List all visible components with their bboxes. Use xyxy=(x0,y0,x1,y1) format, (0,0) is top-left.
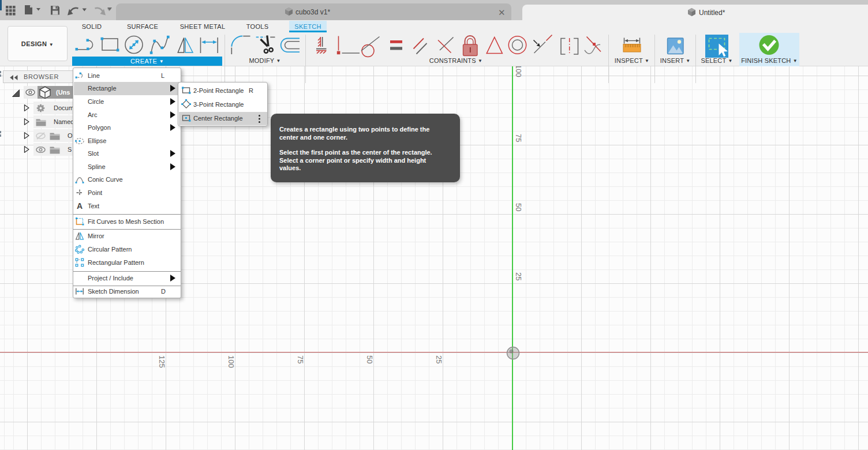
svg-text:A: A xyxy=(77,201,83,211)
